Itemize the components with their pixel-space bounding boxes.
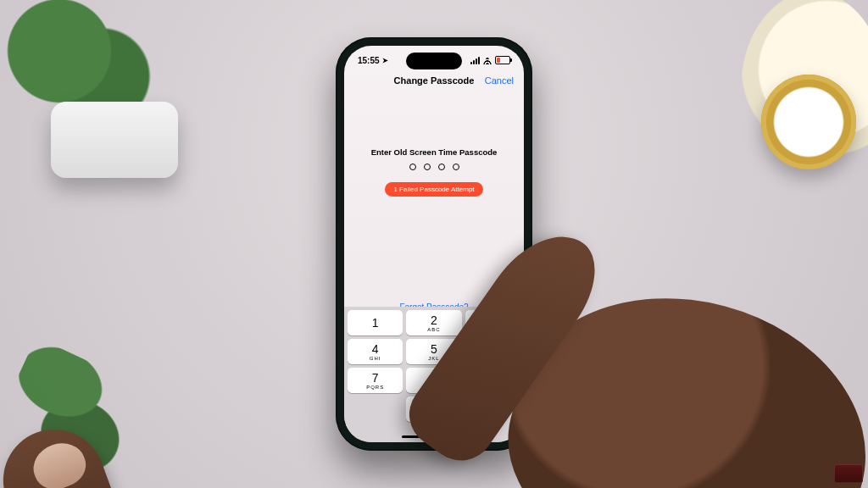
key-digit: 6 [489,343,496,355]
desk-clock [761,75,856,169]
key-5[interactable]: 5 JKL [406,339,461,364]
key-0[interactable]: 0 [406,396,461,422]
passcode-dots [409,164,459,170]
wifi-icon [483,56,492,64]
key-letters: MNO [486,356,500,361]
key-digit: 8 [431,372,437,384]
key-3[interactable]: 3 DEF [465,310,520,336]
key-letters: DEF [487,327,499,332]
nav-bar: Change Passcode Cancel [344,71,524,90]
cancel-button[interactable]: Cancel [485,75,514,86]
key-digit: 2 [431,314,437,326]
key-8[interactable]: 8 TUV [406,368,461,393]
iphone-frame: 15:55 ➤ Change Passcode Cancel Enter Old… [336,37,532,451]
key-letters: TUV [427,385,440,390]
key-digit: 3 [489,314,496,326]
plant-pot [51,102,178,178]
location-arrow-icon: ➤ [382,57,388,64]
numeric-keypad: 1 2 ABC 3 DEF 4 GHI 5 JKL [344,307,524,442]
key-2[interactable]: 2 ABC [406,310,461,336]
plant-decor [0,0,186,169]
key-9[interactable]: 9 WXYZ [465,368,520,393]
leaf-decor [0,337,159,486]
key-digit: 0 [431,403,437,415]
battery-icon [495,56,510,64]
dynamic-island [406,53,462,69]
key-7[interactable]: 7 PQRS [348,368,403,393]
key-letters: JKL [428,356,439,361]
watermark-badge [834,464,863,483]
nav-title: Change Passcode [394,75,475,86]
key-digit: 4 [372,343,379,355]
passcode-prompt: Enter Old Screen Time Passcode [371,147,498,157]
key-digit: 1 [372,317,379,329]
passcode-content: Enter Old Screen Time Passcode 1 Failed … [344,147,524,197]
backspace-key[interactable] [465,396,520,422]
key-letters: ABC [427,327,440,332]
key-digit: 9 [489,372,496,384]
passcode-dot [438,164,445,170]
passcode-dot [409,164,416,170]
desk-scene: 15:55 ➤ Change Passcode Cancel Enter Old… [0,0,868,488]
key-letters: PQRS [366,385,384,390]
key-letters: GHI [370,356,381,361]
key-1[interactable]: 1 [348,310,403,336]
key-4[interactable]: 4 GHI [348,339,403,364]
passcode-dot [424,164,431,170]
phone-screen: 15:55 ➤ Change Passcode Cancel Enter Old… [344,46,524,442]
key-letters: WXYZ [484,385,502,390]
key-blank [348,396,403,422]
error-badge: 1 Failed Passcode Attempt [385,182,482,197]
key-digit: 5 [431,343,437,355]
backspace-icon [485,403,500,415]
home-indicator[interactable] [402,435,466,439]
vase-decor [741,0,868,186]
cellular-signal-icon [470,57,480,64]
key-6[interactable]: 6 MNO [465,339,520,364]
passcode-dot [453,164,459,170]
status-time: 15:55 [358,56,380,65]
key-digit: 7 [372,372,379,384]
